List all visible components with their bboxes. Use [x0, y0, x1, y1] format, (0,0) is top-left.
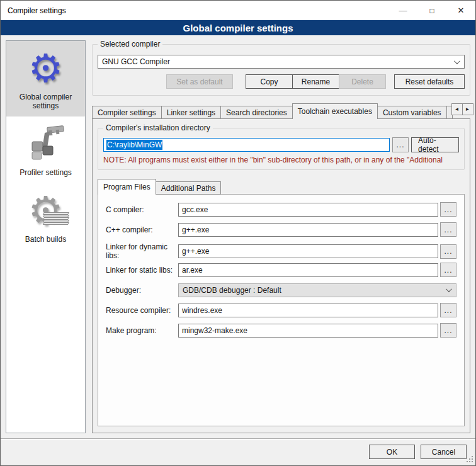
- compiler-buttons: Set as default Copy Rename Delete Reset …: [98, 74, 465, 89]
- rename-button[interactable]: Rename: [292, 74, 339, 89]
- minimize-icon[interactable]: —: [388, 1, 417, 20]
- browse-dynamic-linker-button[interactable]: ...: [440, 244, 456, 259]
- arrow-right-icon: ►: [465, 106, 470, 112]
- dynamic-linker-row: Linker for dynamic libs: ...: [105, 242, 456, 257]
- ok-button[interactable]: OK: [369, 445, 415, 459]
- selected-compiler-group: Selected compiler GNU GCC Compiler Set a…: [92, 44, 470, 96]
- copy-button[interactable]: Copy: [246, 74, 293, 89]
- tab-search-directories[interactable]: Search directories: [220, 106, 293, 119]
- field-label: C++ compiler:: [105, 225, 176, 234]
- make-program-input[interactable]: [178, 324, 438, 338]
- group-label: Selected compiler: [98, 40, 162, 48]
- chevron-down-icon: [454, 58, 460, 64]
- blue-gear-icon: ⚙: [26, 48, 66, 89]
- tab-scroll-left-button[interactable]: ◄: [451, 103, 463, 115]
- c-compiler-input[interactable]: [178, 203, 438, 217]
- debugger-select[interactable]: GDB/CDB debugger : Default: [178, 283, 456, 297]
- browse-cpp-compiler-button[interactable]: ...: [440, 222, 456, 237]
- installation-directory-group: Compiler's installation directory C:\ray…: [98, 128, 465, 170]
- compiler-select-value: GNU GCC Compiler: [102, 57, 170, 66]
- toolchain-executables-page: Compiler's installation directory C:\ray…: [92, 118, 470, 433]
- sidebar-item-label: Profiler settings: [20, 168, 72, 177]
- debugger-row: Debugger: GDB/CDB debugger : Default: [105, 283, 456, 297]
- static-linker-input[interactable]: [178, 263, 438, 277]
- tab-linker-settings[interactable]: Linker settings: [161, 106, 221, 119]
- sidebar-item-batch-builds[interactable]: ⚙ Batch builds: [6, 183, 85, 250]
- field-label: Resource compiler:: [105, 306, 176, 315]
- make-program-row: Make program: ...: [105, 323, 456, 338]
- debugger-select-value: GDB/CDB debugger : Default: [183, 286, 281, 295]
- gray-gear-stack-icon: ⚙: [26, 191, 66, 231]
- set-as-default-button: Set as default: [166, 74, 233, 89]
- delete-button: Delete: [339, 74, 386, 89]
- tab-additional-paths[interactable]: Additional Paths: [156, 181, 222, 195]
- chevron-down-icon: [446, 286, 452, 292]
- browse-resource-compiler-button[interactable]: ...: [440, 303, 456, 317]
- close-icon[interactable]: ✕: [446, 1, 475, 20]
- tab-scroll-right-button[interactable]: ►: [462, 103, 473, 115]
- settings-category-list: ⚙ Global compiler settings Pro: [6, 40, 86, 433]
- note-text: NOTE: All programs must exist either in …: [103, 156, 459, 164]
- arrow-left-icon: ◄: [455, 106, 460, 112]
- maximize-icon[interactable]: □: [417, 1, 446, 20]
- tab-scroll-arrows: ◄ ►: [452, 103, 473, 115]
- group-label: Compiler's installation directory: [103, 123, 213, 132]
- dialog-footer: OK Cancel: [1, 440, 475, 465]
- compiler-select[interactable]: GNU GCC Compiler: [98, 55, 465, 69]
- resize-grip-icon[interactable]: [466, 455, 473, 463]
- reset-defaults-button[interactable]: Reset defaults: [394, 74, 465, 89]
- titlebar: Compiler settings — □ ✕: [1, 1, 475, 20]
- tab-compiler-settings[interactable]: Compiler settings: [92, 106, 162, 119]
- tab-toolchain-executables[interactable]: Toolchain executables: [292, 103, 378, 119]
- auto-detect-button[interactable]: Auto-detect: [411, 137, 459, 152]
- page-title: Global compiler settings: [1, 20, 475, 35]
- browse-c-compiler-button[interactable]: ...: [440, 202, 456, 217]
- sidebar-item-label: Global compiler settings: [9, 93, 82, 110]
- cancel-button[interactable]: Cancel: [421, 445, 467, 459]
- field-label: C compiler:: [105, 205, 176, 214]
- c-compiler-row: C compiler: ...: [105, 202, 456, 217]
- settings-tabs: Compiler settings Linker settings Search…: [92, 103, 470, 119]
- sidebar-item-label: Batch builds: [25, 235, 66, 244]
- settings-panel: Selected compiler GNU GCC Compiler Set a…: [92, 40, 470, 433]
- static-linker-row: Linker for static libs: ...: [105, 263, 456, 277]
- resource-compiler-input[interactable]: [178, 304, 438, 317]
- sidebar-item-global-compiler-settings[interactable]: ⚙ Global compiler settings: [6, 41, 85, 116]
- cpp-compiler-row: C++ compiler: ...: [105, 222, 456, 237]
- dialog-body: ⚙ Global compiler settings Pro: [1, 35, 475, 438]
- tab-program-files[interactable]: Program Files: [98, 179, 156, 195]
- caption-buttons: — □ ✕: [388, 1, 475, 20]
- selected-path-text: C:\raylib\MinGW: [106, 140, 162, 150]
- field-label: Debugger:: [105, 286, 176, 295]
- field-label: Linker for static libs:: [105, 266, 176, 275]
- field-label: Linker for dynamic libs:: [105, 242, 176, 260]
- tab-custom-variables[interactable]: Custom variables: [377, 106, 447, 119]
- program-tabs: Program Files Additional Paths: [98, 179, 465, 195]
- resource-compiler-row: Resource compiler: ...: [105, 303, 456, 317]
- caliper-icon: [26, 124, 66, 164]
- installation-directory-input[interactable]: C:\raylib\MinGW: [103, 138, 390, 152]
- dynamic-linker-input[interactable]: [178, 244, 438, 258]
- program-files-page: C compiler: ... C++ compiler: ... Linker…: [98, 194, 465, 426]
- window-title: Compiler settings: [1, 6, 66, 15]
- browse-directory-button[interactable]: ...: [392, 137, 409, 152]
- compiler-settings-dialog: Compiler settings — □ ✕ Global compiler …: [0, 0, 476, 466]
- browse-static-linker-button[interactable]: ...: [440, 263, 456, 277]
- browse-make-program-button[interactable]: ...: [440, 323, 456, 338]
- installation-directory-row: C:\raylib\MinGW ... Auto-detect: [103, 137, 459, 152]
- cpp-compiler-input[interactable]: [178, 223, 438, 237]
- sidebar-item-profiler-settings[interactable]: Profiler settings: [6, 116, 85, 183]
- field-label: Make program:: [105, 326, 176, 335]
